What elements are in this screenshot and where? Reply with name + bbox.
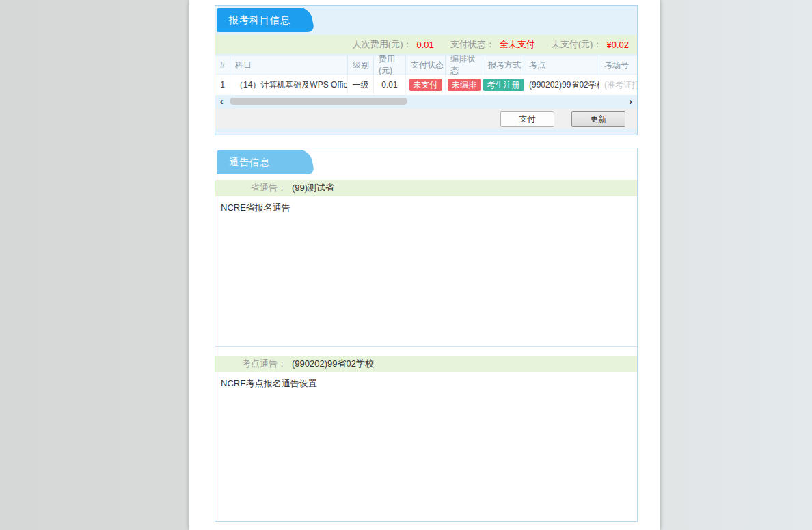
- cell-fee: 0.01: [374, 75, 406, 95]
- fee-value: 0.01: [416, 40, 433, 50]
- pay-status-label: 支付状态：: [450, 38, 495, 51]
- subject-table-header-row: # 科目 级别 费用(元) 支付状态 编排状态 报考方式 考点 考场号: [215, 56, 637, 74]
- fee-summary-bar: 人次费用(元)： 0.01 支付状态： 全未支付 未支付(元)： ¥0.02: [215, 35, 637, 54]
- cell-pay-status: 未支付: [406, 75, 446, 95]
- column-header-subject: 科目: [230, 56, 348, 74]
- province-notice-label: 省通告：: [215, 182, 286, 194]
- horizontal-scrollbar[interactable]: ‹ ›: [215, 96, 637, 107]
- province-notice-content: NCRE省报名通告: [215, 196, 637, 347]
- cell-room: (准考证打印: [599, 75, 637, 95]
- column-header-level: 级别: [348, 56, 374, 74]
- column-header-room: 考场号: [599, 56, 637, 74]
- scroll-right-icon[interactable]: ›: [629, 96, 632, 107]
- site-notice-label: 考点通告：: [215, 358, 286, 370]
- subject-table: # 科目 级别 费用(元) 支付状态 编排状态 报考方式 考点 考场号 1 （1…: [215, 56, 637, 95]
- column-header-arrange-status: 编排状态: [446, 56, 483, 74]
- pay-button[interactable]: 支付: [500, 111, 554, 127]
- cell-arrange-status: 未编排: [446, 75, 483, 95]
- scrollbar-thumb[interactable]: [230, 98, 407, 105]
- subject-panel-tab: 报考科目信息: [217, 8, 303, 32]
- notice-info-panel: 通告信息 省通告： (99)测试省 NCRE省报名通告 考点通告： (99020…: [215, 148, 638, 522]
- site-notice-name: (990202)99省02学校: [292, 358, 374, 370]
- unpaid-value: ¥0.02: [606, 40, 629, 50]
- cell-index: 1: [215, 75, 230, 95]
- column-header-pay-status: 支付状态: [406, 56, 446, 74]
- column-header-fee: 费用(元): [374, 56, 406, 74]
- subject-info-panel: 报考科目信息 人次费用(元)： 0.01 支付状态： 全未支付 未支付(元)： …: [215, 5, 638, 135]
- subject-action-bar: 支付 更新: [215, 109, 637, 129]
- site-notice-content: NCRE考点报名通告设置: [215, 372, 637, 521]
- cell-subject: （14）计算机基础及WPS Office应用: [230, 75, 348, 95]
- site-notice-header: 考点通告： (990202)99省02学校: [215, 356, 637, 372]
- column-header-register-mode: 报考方式: [483, 56, 524, 74]
- column-header-site: 考点: [524, 56, 599, 74]
- notice-panel-tab: 通告信息: [217, 150, 303, 174]
- unpaid-badge: 未支付: [409, 79, 442, 91]
- cell-register-mode: 考生注册: [483, 75, 524, 95]
- update-button[interactable]: 更新: [571, 111, 625, 127]
- column-header-index: #: [215, 56, 230, 74]
- subject-panel-title: 报考科目信息: [217, 8, 303, 32]
- content-column: 报考科目信息 人次费用(元)： 0.01 支付状态： 全未支付 未支付(元)： …: [189, 0, 660, 530]
- cell-site: (990202)99省02学校: [524, 75, 599, 95]
- province-notice-header: 省通告： (99)测试省: [215, 180, 637, 196]
- fee-label: 人次费用(元)：: [353, 38, 412, 51]
- pay-status-value: 全未支付: [500, 38, 535, 51]
- province-notice-name: (99)测试省: [292, 182, 334, 194]
- scroll-left-icon[interactable]: ‹: [220, 96, 224, 107]
- candidate-register-badge: 考生注册: [483, 79, 524, 91]
- cell-level: 一级: [348, 75, 374, 95]
- table-row: 1 （14）计算机基础及WPS Office应用 一级 0.01 未支付 未编排…: [215, 74, 637, 95]
- unpaid-label: 未支付(元)：: [552, 38, 602, 51]
- unarranged-badge: 未编排: [448, 79, 481, 91]
- notice-panel-title: 通告信息: [217, 150, 303, 174]
